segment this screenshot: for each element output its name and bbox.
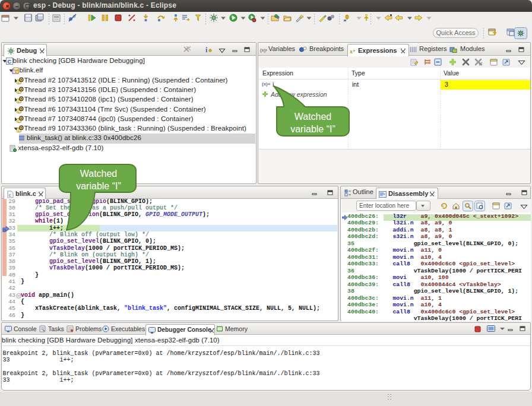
svg-text:c: c xyxy=(9,192,11,198)
svg-text:x: x xyxy=(350,48,353,55)
svg-text:Watched: Watched xyxy=(294,112,332,122)
svg-text:i: i xyxy=(205,46,208,54)
svg-text:Watched: Watched xyxy=(80,169,118,179)
svg-text:y: y xyxy=(353,48,356,53)
svg-text:C: C xyxy=(8,59,12,65)
svg-text:variable “I”: variable “I” xyxy=(76,181,121,191)
svg-text:(x)=: (x)= xyxy=(260,47,267,53)
svg-text:variable “I”: variable “I” xyxy=(290,124,335,134)
